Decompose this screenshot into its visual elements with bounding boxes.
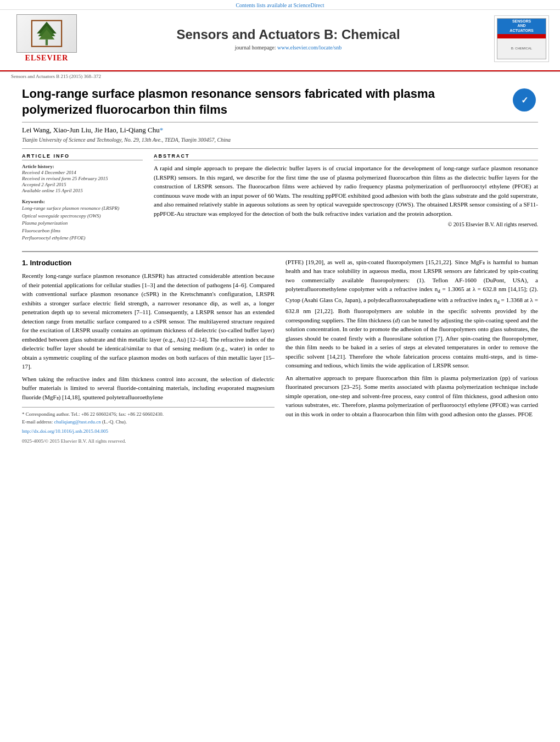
keywords-section: Keywords: Long-range surface plasmon res…	[22, 199, 143, 242]
right-paragraph-1: (PTFE) [19,20], as well as, spin-coated …	[285, 258, 538, 370]
journal-header: Contents lists available at ScienceDirec…	[0, 0, 560, 71]
affiliation: Tianjin University of Science and Techno…	[22, 137, 538, 143]
right-paragraph-2: An alternative approach to prepare fluor…	[285, 373, 538, 419]
sensors-logo-text: SENSORS AND ACTUATORS	[509, 19, 533, 33]
body-right-col: (PTFE) [19,20], as well as, spin-coated …	[285, 258, 538, 445]
contents-available-text: Contents lists available at	[236, 2, 292, 8]
sensors-logo-subtitle: B: CHEMICAL	[511, 47, 532, 50]
article-history-label: Article history:	[22, 164, 143, 169]
article-info-label: ARTICLE INFO	[22, 153, 143, 160]
issn-footer: 0925-4005/© 2015 Elsevier B.V. All right…	[22, 438, 275, 445]
elsevier-label: ELSEVIER	[25, 54, 69, 63]
article-info-column: ARTICLE INFO Article history: Received 4…	[22, 153, 143, 242]
doi-line: Sensors and Actuators B 215 (2015) 368–3…	[0, 71, 560, 81]
journal-top-bar: Contents lists available at ScienceDirec…	[0, 0, 560, 10]
keyword-1: Long-range surface plasmon resonance (LR…	[22, 205, 143, 213]
body-two-col: 1. Introduction Recently long-range surf…	[22, 258, 538, 445]
corresponding-author-footnote: * Corresponding author. Tel.: +86 22 606…	[22, 411, 275, 419]
keyword-5: Perfluorooctyl ethylene (PFOE)	[22, 235, 143, 242]
keyword-4: Fluorocarbon films	[22, 227, 143, 235]
email-link[interactable]: chuliqiang@tust.edu.cn	[54, 419, 100, 425]
email-footnote: E-mail address: chuliqiang@tust.edu.cn (…	[22, 419, 275, 426]
article-container: Long-range surface plasmon resonance sen…	[0, 81, 560, 450]
sensors-actuators-logo: SENSORS AND ACTUATORS B: CHEMICAL	[494, 15, 549, 62]
crossmark-icon: ✓	[513, 88, 536, 111]
body-left-col: 1. Introduction Recently long-range surf…	[22, 258, 275, 445]
crossmark-logo[interactable]: ✓	[511, 86, 538, 114]
section-1-heading: 1. Introduction	[22, 258, 275, 269]
footnote-section: * Corresponding author. Tel.: +86 22 606…	[22, 407, 275, 445]
intro-paragraph-2: When taking the refractive index and fil…	[22, 375, 275, 402]
authors-line: Lei Wang, Xiao-Jun Liu, Jie Hao, Li-Qian…	[22, 126, 538, 135]
elsevier-logo: ELSEVIER	[11, 14, 82, 63]
elsevier-logo-image	[16, 14, 77, 53]
abstract-label: ABSTRACT	[154, 153, 538, 160]
article-info-abstract: ARTICLE INFO Article history: Received 4…	[22, 148, 538, 242]
journal-header-main: ELSEVIER Sensors and Actuators B: Chemic…	[0, 10, 560, 67]
available-online-date: Available online 15 April 2015	[22, 188, 143, 193]
journal-title: Sensors and Actuators B: Chemical	[82, 27, 494, 42]
meta-line: Sensors and Actuators B 215 (2015) 368–3…	[11, 74, 101, 79]
keyword-2: Optical waveguide spectroscopy (OWS)	[22, 213, 143, 220]
article-title-section: Long-range surface plasmon resonance sen…	[22, 86, 538, 122]
received-date: Received 4 December 2014	[22, 170, 143, 175]
doi-footer-link[interactable]: http://dx.doi.org/10.1016/j.snb.2015.04.…	[22, 428, 108, 434]
doi-footer: http://dx.doi.org/10.1016/j.snb.2015.04.…	[22, 428, 275, 436]
received-revised-date: Received in revised form 25 February 201…	[22, 176, 143, 181]
journal-homepage: journal homepage: www.elsevier.com/locat…	[82, 44, 494, 51]
keywords-label: Keywords:	[22, 199, 143, 204]
abstract-text: A rapid and simple approach to prepare t…	[154, 164, 538, 218]
journal-homepage-link[interactable]: www.elsevier.com/locate/snb	[277, 44, 341, 51]
article-title: Long-range surface plasmon resonance sen…	[22, 86, 461, 118]
authors-text: Lei Wang, Xiao-Jun Liu, Jie Hao, Li-Qian…	[22, 126, 160, 134]
sciencedirect-link[interactable]: ScienceDirect	[293, 2, 324, 8]
svg-rect-0	[46, 40, 48, 46]
journal-title-center: Sensors and Actuators B: Chemical journa…	[82, 27, 494, 51]
abstract-column: ABSTRACT A rapid and simple approach to …	[154, 153, 538, 242]
abstract-copyright: © 2015 Elsevier B.V. All rights reserved…	[154, 221, 538, 227]
corresponding-asterisk: *	[160, 126, 164, 134]
keyword-3: Plasma polymerization	[22, 220, 143, 227]
body-section: 1. Introduction Recently long-range surf…	[22, 251, 538, 445]
accepted-date: Accepted 2 April 2015	[22, 182, 143, 187]
intro-paragraph-1: Recently long-range surface plasmon reso…	[22, 271, 275, 371]
